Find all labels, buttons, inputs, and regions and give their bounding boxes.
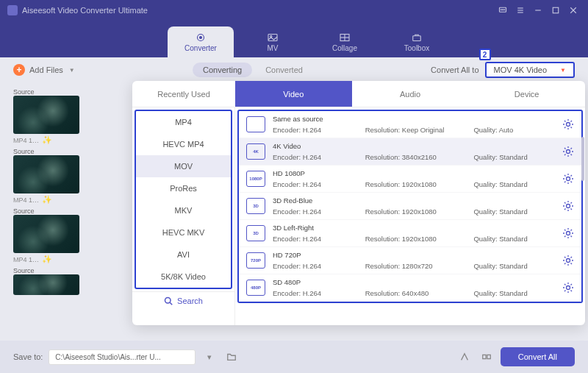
preset-quality: Quality: Standard	[473, 180, 555, 188]
gear-icon[interactable]	[562, 173, 574, 185]
preset-row[interactable]: 4K 4K Video Encoder: H.264 Resolution: 3…	[239, 138, 581, 166]
converting-tab[interactable]: Converting	[193, 63, 252, 77]
preset-name: 3D Red-Blue	[273, 196, 555, 205]
effect-icon[interactable]: ✨	[42, 195, 52, 205]
preset-badge-icon: 4K	[246, 143, 265, 160]
svg-point-12	[200, 36, 202, 38]
tab-mv[interactable]: MV	[240, 26, 306, 57]
preset-row[interactable]: 1080P HD 1080P Encoder: H.264 Resolution…	[239, 166, 581, 193]
svg-point-24	[567, 205, 570, 208]
preset-badge-icon: 720P	[246, 252, 265, 269]
video-thumbnail[interactable]	[13, 215, 79, 253]
converted-tab[interactable]: Converted	[255, 63, 313, 77]
file-item[interactable]: Source MP4 1…✨	[13, 207, 135, 264]
preset-row[interactable]: Same as source Encoder: H.264 Resolution…	[239, 111, 581, 138]
file-item[interactable]: Source MP4 1…✨	[13, 148, 135, 205]
folder-icon[interactable]	[223, 349, 240, 365]
preset-quality: Quality: Standard	[473, 235, 555, 243]
preset-quality: Quality: Standard	[473, 207, 555, 216]
content-area: Source MP4 1…✨ Source MP4 1…✨ Source MP4…	[0, 82, 588, 340]
format-mp4[interactable]: MP4	[136, 111, 231, 133]
tab-audio[interactable]: Audio	[352, 81, 469, 107]
app-logo	[7, 5, 18, 15]
svg-rect-29	[487, 355, 490, 358]
svg-point-23	[567, 177, 570, 181]
video-thumbnail[interactable]	[13, 274, 79, 295]
svg-rect-8	[553, 7, 559, 13]
preset-quality: Quality: Auto	[473, 126, 555, 134]
preset-badge-icon: 3D	[246, 225, 265, 241]
tab-collage[interactable]: Collage	[312, 26, 378, 57]
menu-icon[interactable]	[513, 3, 528, 18]
format-hevc-mp4[interactable]: HEVC MP4	[136, 133, 231, 155]
format-dropdown[interactable]: MOV 4K Video ▼ 2	[485, 62, 575, 78]
convert-all-button[interactable]: Convert All	[501, 347, 575, 366]
close-icon[interactable]	[566, 3, 581, 18]
video-thumbnail[interactable]	[13, 155, 79, 193]
tab-video[interactable]: Video	[235, 81, 352, 107]
svg-rect-28	[483, 355, 486, 358]
minimize-icon[interactable]	[531, 3, 545, 18]
format-avi[interactable]: AVI	[136, 244, 231, 266]
tab-toolbox[interactable]: Toolbox	[384, 26, 450, 57]
tab-recent[interactable]: Recently Used	[132, 81, 235, 107]
svg-point-21	[567, 123, 570, 127]
preset-row[interactable]: 3D 3D Red-Blue Encoder: H.264 Resolution…	[239, 193, 581, 220]
tab-device[interactable]: Device	[468, 81, 585, 107]
merge-icon[interactable]	[478, 349, 495, 365]
file-source: Source	[13, 148, 35, 155]
preset-row[interactable]: 720P HD 720P Encoder: H.264 Resolution: …	[239, 247, 581, 274]
preset-name: SD 480P	[273, 278, 555, 286]
maximize-icon[interactable]	[548, 3, 563, 18]
gear-icon[interactable]	[562, 200, 574, 212]
add-files-button[interactable]: + Add Files ▼	[13, 64, 75, 76]
tab-label: Converter	[184, 44, 217, 52]
preset-encoder: Encoder: H.264	[273, 235, 362, 243]
svg-point-26	[567, 259, 570, 263]
file-format: MP4 1…	[13, 196, 39, 204]
tab-label: Toolbox	[404, 44, 429, 52]
format-search[interactable]: Search	[132, 291, 234, 310]
popup-tabs: Recently Used Video Audio Device	[132, 81, 585, 107]
format-mov[interactable]: MOV	[136, 155, 231, 177]
preset-row[interactable]: 480P SD 480P Encoder: H.264 Resolution: …	[239, 274, 581, 302]
effect-icon[interactable]: ✨	[42, 255, 52, 264]
scrollbar[interactable]	[581, 137, 584, 181]
effect-icon[interactable]: ✨	[42, 135, 52, 145]
svg-rect-13	[268, 34, 277, 40]
format-prores[interactable]: ProRes	[136, 177, 231, 199]
gear-icon[interactable]	[562, 227, 574, 239]
preset-row[interactable]: 3D 3D Left-Right Encoder: H.264 Resoluti…	[239, 220, 581, 247]
file-item[interactable]: Source MP4 1…✨	[13, 88, 135, 145]
gear-icon[interactable]	[562, 118, 574, 130]
svg-point-22	[567, 150, 570, 154]
feedback-icon[interactable]	[495, 3, 510, 18]
footer: Save to: C:\Aiseesoft Studio\Ais...rter …	[0, 341, 588, 373]
preset-column: 4 Same as source Encoder: H.264 Resoluti…	[235, 107, 585, 325]
video-thumbnail[interactable]	[13, 96, 79, 134]
svg-point-19	[165, 298, 171, 304]
format-popup: Recently Used Video Audio Device 3 MP4 H…	[132, 81, 585, 325]
gear-icon[interactable]	[562, 146, 574, 157]
svg-point-1	[501, 10, 501, 10]
search-icon	[164, 296, 173, 305]
save-path[interactable]: C:\Aiseesoft Studio\Ais...rter U...	[49, 349, 196, 365]
chevron-down-icon[interactable]: ▾	[201, 349, 218, 365]
format-5k8k[interactable]: 5K/8K Video	[136, 266, 231, 288]
file-item[interactable]: Source	[13, 267, 135, 295]
search-label: Search	[177, 296, 203, 305]
state-segment: Converting Converted	[193, 63, 313, 77]
preset-resolution: Resolution: Keep Original	[365, 126, 471, 134]
tab-converter[interactable]: Converter	[168, 26, 234, 57]
preset-name: 4K Video	[273, 142, 555, 150]
preset-name: Same as source	[273, 115, 555, 123]
preset-resolution: Resolution: 1280x720	[365, 262, 471, 270]
format-hevc-mkv[interactable]: HEVC MKV	[136, 221, 231, 244]
svg-point-25	[567, 232, 570, 235]
gear-icon[interactable]	[562, 255, 574, 266]
convert-all-label: Convert All to	[431, 65, 478, 74]
gear-icon[interactable]	[562, 282, 574, 294]
format-mkv[interactable]: MKV	[136, 199, 231, 221]
svg-rect-18	[413, 35, 421, 40]
speed-icon[interactable]	[456, 349, 473, 365]
